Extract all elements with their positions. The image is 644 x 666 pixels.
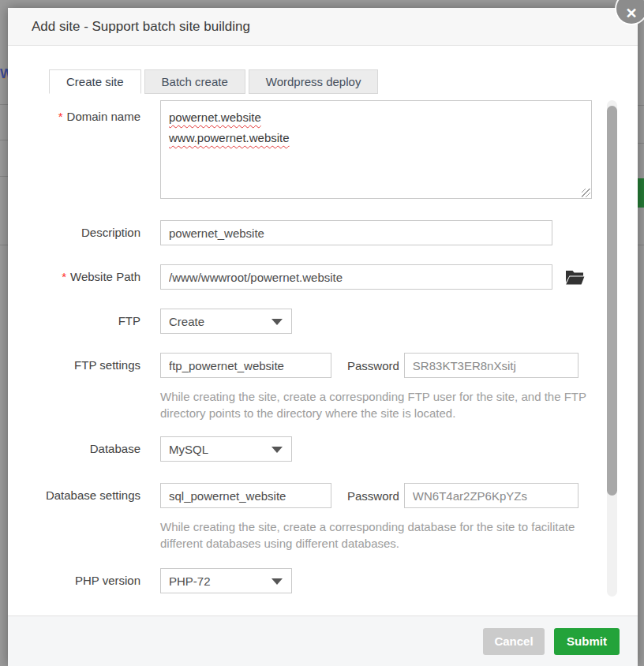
background-row-divider	[638, 245, 644, 245]
caret-down-icon	[271, 447, 283, 453]
background-row-divider	[0, 104, 8, 105]
background-row-divider	[0, 140, 8, 140]
php-version-row: PHP version PHP-72	[8, 568, 638, 593]
cancel-button[interactable]: Cancel	[483, 628, 545, 655]
resize-grip-icon[interactable]	[582, 189, 590, 197]
description-label: Description	[8, 220, 140, 245]
domain-name-textarea[interactable]: powernet.website www.powernet.website	[160, 100, 592, 199]
domain-line-1: powernet.website	[169, 107, 261, 128]
tab-bar: Create site Batch create Wordpress deplo…	[49, 69, 638, 94]
php-version-select[interactable]: PHP-72	[160, 568, 292, 593]
dialog-footer: Cancel Submit	[8, 615, 638, 666]
ftp-row: FTP Create	[8, 309, 638, 334]
caret-down-icon	[271, 319, 283, 325]
tab-wordpress-deploy[interactable]: Wordpress deploy	[249, 69, 379, 94]
ftp-label: FTP	[8, 309, 140, 334]
description-input[interactable]	[160, 220, 552, 245]
database-username-input[interactable]	[160, 483, 331, 508]
tab-create-site[interactable]: Create site	[49, 69, 141, 94]
php-version-label: PHP version	[8, 568, 140, 593]
ftp-password-input[interactable]	[404, 353, 578, 378]
tab-batch-create[interactable]: Batch create	[144, 69, 245, 94]
dialog-title: Add site - Support batch site building	[32, 19, 250, 35]
folder-icon[interactable]	[565, 270, 585, 285]
required-asterisk: *	[62, 270, 66, 283]
screen: W Add site - Support batch site building…	[0, 0, 644, 666]
required-asterisk: *	[58, 110, 63, 123]
description-row: Description	[8, 220, 638, 245]
database-help-text: While creating the site, create a corres…	[160, 518, 601, 552]
ftp-password-label: Password	[347, 359, 399, 372]
ftp-help-text: While creating the site, create a corres…	[160, 388, 601, 421]
dialog-header: Add site - Support batch site building	[8, 8, 638, 46]
php-version-select-value: PHP-72	[169, 574, 211, 588]
website-path-label: *Website Path	[8, 264, 140, 290]
background-row-divider	[0, 176, 8, 177]
ftp-select-value: Create	[169, 315, 204, 328]
database-select-value: MySQL	[169, 443, 208, 456]
submit-button[interactable]: Submit	[554, 628, 620, 655]
database-password-input[interactable]	[404, 483, 578, 508]
dialog-scrollbar-thumb[interactable]	[607, 106, 617, 496]
create-site-form: *Domain name powernet.website www.powern…	[8, 100, 638, 593]
database-settings-row: Database settings Password	[8, 483, 638, 508]
website-path-row: *Website Path	[8, 264, 638, 290]
add-site-dialog: Add site - Support batch site building ✕…	[8, 8, 638, 666]
domain-line-2: www.powernet.website	[169, 128, 290, 148]
database-password-label: Password	[347, 489, 399, 503]
background-row-divider	[638, 143, 644, 144]
background-green-button-fragment	[638, 178, 644, 208]
background-logo-fragment: W	[0, 66, 8, 82]
website-path-input[interactable]	[160, 264, 552, 290]
database-settings-label: Database settings	[8, 483, 140, 508]
database-select[interactable]: MySQL	[160, 436, 292, 462]
background-row-divider	[0, 245, 8, 245]
close-glyph: ✕	[625, 6, 637, 21]
ftp-settings-row: FTP settings Password	[8, 353, 638, 378]
dialog-scrollbar-track[interactable]	[607, 100, 617, 597]
database-label: Database	[8, 436, 140, 462]
database-row: Database MySQL	[8, 436, 638, 462]
background-row-divider	[638, 105, 644, 106]
caret-down-icon	[271, 578, 283, 585]
domain-name-row: *Domain name powernet.website www.powern…	[8, 100, 638, 199]
ftp-select[interactable]: Create	[160, 309, 292, 334]
ftp-username-input[interactable]	[160, 353, 331, 378]
ftp-settings-label: FTP settings	[8, 353, 140, 378]
dialog-body: Create site Batch create Wordpress deplo…	[8, 46, 638, 615]
domain-name-label: *Domain name	[8, 100, 140, 125]
